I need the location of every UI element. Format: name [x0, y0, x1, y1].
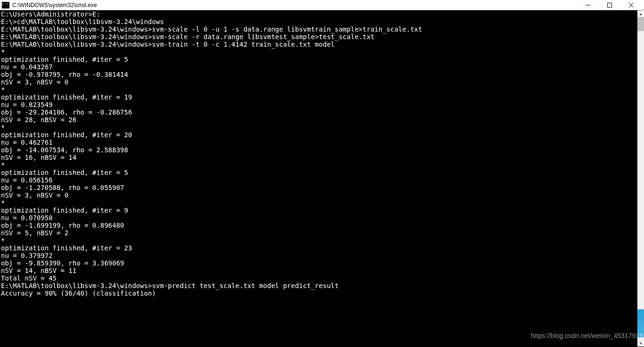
terminal-line: optimization finished, #iter = 23	[1, 244, 636, 252]
terminal-line: optimization finished, #iter = 9	[1, 207, 636, 214]
terminal-line: Accuracy = 90% (36/40) (classification)	[1, 289, 636, 297]
scroll-up-arrow-icon[interactable]: ▲	[637, 10, 644, 17]
scroll-thumb[interactable]	[637, 17, 644, 31]
terminal-line: optimization finished, #iter = 5	[1, 56, 636, 63]
watermark-text: https://blog.csdn.net/weixin_45317919	[531, 332, 643, 339]
terminal-line: E:\MATLAB\toolbox\libsvm-3.24\windows>sv…	[1, 33, 636, 41]
terminal-line: nu = 0.056156	[1, 176, 636, 184]
terminal-line: E:\>cd\MATLAB\toolbox\libsvm-3.24\window…	[1, 18, 636, 25]
terminal-line: E:\MATLAB\toolbox\libsvm-3.24\windows>sv…	[1, 41, 636, 48]
cmd-icon	[2, 2, 9, 8]
terminal-line: obj = -1.270588, rho = 0.055907	[1, 184, 636, 191]
window-titlebar[interactable]: C:\WINDOWS\system32\cmd.exe	[0, 0, 644, 10]
terminal-line: obj = -0.978795, rho = -0.381414	[1, 71, 636, 78]
terminal-line: obj = -14.067534, rho = 2.588398	[1, 146, 636, 154]
terminal-line: nu = 0.823549	[1, 101, 636, 108]
terminal-line: *	[1, 86, 636, 93]
terminal-line: obj = -9.859390, rho = 3.369069	[1, 259, 636, 267]
terminal-line: nu = 0.379972	[1, 252, 636, 259]
terminal-line: optimization finished, #iter = 5	[1, 169, 636, 176]
terminal-line: obj = -1.699199, rho = 0.896480	[1, 222, 636, 229]
scroll-down-arrow-icon[interactable]: ▼	[637, 340, 644, 347]
terminal-line: *	[1, 48, 636, 56]
terminal-line: nSV = 5, nBSV = 2	[1, 229, 636, 237]
terminal-line: nSV = 16, nBSV = 14	[1, 154, 636, 161]
terminal-line: *	[1, 161, 636, 169]
window-controls	[577, 0, 642, 10]
svg-rect-1	[608, 3, 612, 7]
terminal-line: *	[1, 124, 636, 131]
maximize-button[interactable]	[599, 0, 620, 10]
terminal-line: optimization finished, #iter = 20	[1, 131, 636, 139]
terminal-line: *	[1, 199, 636, 207]
terminal-line: C:\Users\Administrator>E:	[1, 10, 636, 18]
minimize-button[interactable]	[577, 0, 599, 10]
terminal-line: nSV = 14, nBSV = 11	[1, 267, 636, 274]
terminal-line: Total nSV = 45	[1, 274, 636, 282]
terminal-line: nSV = 3, nBSV = 0	[1, 78, 636, 86]
terminal-output[interactable]: C:\Users\Administrator>E:E:\>cd\MATLAB\t…	[0, 10, 637, 347]
terminal-line: E:\MATLAB\toolbox\libsvm-3.24\windows>sv…	[1, 282, 636, 289]
terminal-line: nSV = 3, nBSV = 0	[1, 191, 636, 199]
terminal-line: *	[1, 237, 636, 244]
terminal-line: nu = 0.043267	[1, 63, 636, 71]
close-button[interactable]	[620, 0, 642, 10]
terminal-line: nu = 0.070958	[1, 214, 636, 222]
terminal-line: E:\MATLAB\toolbox\libsvm-3.24\windows>sv…	[1, 25, 636, 33]
terminal-line: obj = -29.264106, rho = -0.286756	[1, 108, 636, 116]
window-title: C:\WINDOWS\system32\cmd.exe	[12, 2, 577, 8]
terminal-line: optimization finished, #iter = 19	[1, 93, 636, 101]
terminal-line: nSV = 28, nBSV = 26	[1, 116, 636, 124]
terminal-line: nu = 0.462761	[1, 139, 636, 146]
vertical-scrollbar[interactable]: ▲ ▼	[637, 10, 644, 347]
